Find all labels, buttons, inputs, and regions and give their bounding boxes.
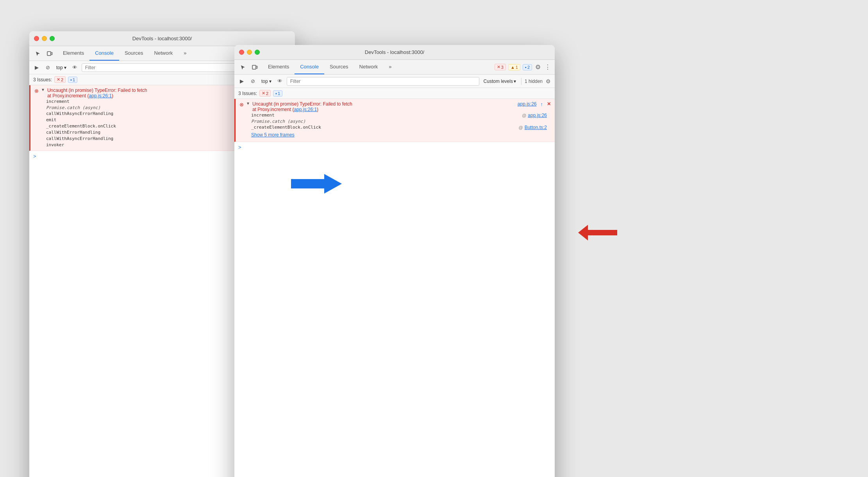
chevron-down-icon-back: ▾ (64, 65, 66, 70)
stack-row-1-front: Promise.catch (async) (239, 118, 551, 124)
toolbar-right-front: ✕ 3 ▲ 1 ▪ 2 ⚙ ⋮ (495, 63, 552, 72)
info-badge-front[interactable]: ▪ 2 (523, 64, 532, 70)
minimize-button-back[interactable] (42, 36, 47, 41)
expand-arrow-back[interactable]: ▼ (41, 88, 45, 92)
execute-btn-front[interactable]: ▶ (238, 77, 246, 86)
svg-marker-5 (578, 225, 617, 240)
error-badge-front[interactable]: ✕ 3 (495, 64, 506, 70)
issues-info-badge-back[interactable]: ▪ 1 (68, 77, 77, 83)
upload-icon-front[interactable]: ↑ (541, 101, 543, 107)
red-left-arrow (578, 223, 617, 242)
error-circle-icon-back: ⊗ (34, 88, 39, 94)
show-more-link-front[interactable]: Show 5 more frames (239, 131, 551, 139)
tab-network-back[interactable]: Network (149, 46, 179, 61)
cursor-icon[interactable] (32, 48, 43, 59)
filter-input-front[interactable] (287, 77, 479, 86)
traffic-lights-back (34, 36, 55, 41)
minimize-button-front[interactable] (247, 50, 252, 55)
error-row-front: ⊗ ▼ Uncaught (in promise) TypeError: Fai… (234, 99, 555, 142)
console-toolbar-front: ▶ ⊘ top ▾ 👁 Custom levels ▾ 1 hidden ⚙ (234, 75, 555, 88)
stack-row-0-front: increment @app.js:26 (239, 112, 551, 118)
close-button-front[interactable] (239, 50, 244, 55)
error-header-front: ⊗ ▼ Uncaught (in promise) TypeError: Fai… (239, 101, 551, 112)
tab-more-front[interactable]: » (383, 60, 397, 74)
titlebar-back: DevTools - localhost:3000/ (29, 31, 295, 46)
error-x-icon-front: ✕ (497, 65, 500, 70)
eye-btn-back[interactable]: 👁 (71, 63, 79, 72)
console-prompt-front: > (234, 142, 555, 152)
devtools-window-front: DevTools - localhost:3000/ Elements Cons… (234, 45, 555, 477)
error-link-proxy-front[interactable]: app.js:26:1 (294, 107, 317, 112)
svg-rect-0 (47, 52, 51, 56)
window-title-back: DevTools - localhost:3000/ (132, 36, 192, 41)
titlebar-front: DevTools - localhost:3000/ (234, 45, 555, 60)
eye-btn-front[interactable]: 👁 (276, 77, 284, 86)
execute-btn-back[interactable]: ▶ (32, 63, 41, 72)
stack-link-2-front[interactable]: Button.ts:2 (525, 125, 547, 130)
chevron-down-icon-front: ▾ (269, 79, 271, 84)
close-error-icon-front[interactable]: ✕ (547, 101, 551, 107)
blue-arrow-container (291, 172, 342, 195)
svg-marker-2 (291, 174, 342, 194)
issues-info-icon: ▪ (70, 77, 72, 82)
cursor-icon-front[interactable] (238, 62, 248, 73)
blue-right-arrow (291, 172, 342, 195)
issues-error-badge-front[interactable]: ✕ 2 (259, 90, 271, 97)
prompt-arrow-back: > (33, 153, 36, 159)
maximize-button-back[interactable] (50, 36, 55, 41)
chevron-down-icon-custom: ▾ (514, 79, 516, 84)
issues-info-icon-front: ▪ (275, 91, 277, 96)
warning-triangle-icon-front: ▲ (511, 65, 515, 70)
settings-icon-front[interactable]: ⚙ (534, 63, 541, 72)
more-icon-front[interactable]: ⋮ (544, 63, 552, 72)
maximize-button-front[interactable] (255, 50, 260, 55)
tab-sources-back[interactable]: Sources (119, 46, 149, 61)
error-msg-line2-front: at Proxy.increment (app.js:26:1) (252, 107, 515, 112)
tab-sources-front[interactable]: Sources (324, 60, 354, 74)
svg-rect-3 (252, 65, 256, 69)
context-dropdown-front[interactable]: top ▾ (259, 78, 273, 85)
svg-rect-1 (51, 52, 52, 55)
tab-elements-front[interactable]: Elements (263, 60, 295, 74)
info-square-icon-front: ▪ (525, 65, 527, 70)
console-content-front: ⊗ ▼ Uncaught (in promise) TypeError: Fai… (234, 99, 555, 477)
tab-elements-back[interactable]: Elements (57, 46, 89, 61)
issues-info-badge-front[interactable]: ▪ 1 (273, 90, 282, 97)
issues-error-badge-back[interactable]: ✕ 2 (54, 76, 66, 83)
console-settings-icon-front[interactable]: ⚙ (545, 77, 552, 85)
error-circle-icon-front: ⊗ (239, 102, 244, 108)
device-icon[interactable] (44, 48, 55, 59)
svg-rect-4 (256, 66, 257, 68)
window-title-front: DevTools - localhost:3000/ (365, 49, 424, 55)
hidden-count-front: 1 hidden (525, 79, 543, 84)
tab-console-front[interactable]: Console (295, 60, 324, 74)
issues-bar-front: 3 Issues: ✕ 2 ▪ 1 (234, 88, 555, 99)
issues-error-icon: ✕ (57, 77, 60, 82)
traffic-lights-front (239, 50, 260, 55)
tab-console-back[interactable]: Console (89, 46, 119, 61)
custom-levels-btn-front[interactable]: Custom levels ▾ (482, 78, 518, 85)
context-dropdown-back[interactable]: top ▾ (54, 64, 68, 71)
tab-network-front[interactable]: Network (354, 60, 384, 74)
stack-link-0-front[interactable]: app.js:26 (528, 113, 547, 118)
expand-arrow-front[interactable]: ▼ (246, 101, 250, 106)
prompt-arrow-front: > (238, 144, 241, 150)
tab-more-back[interactable]: » (178, 46, 192, 61)
separator-front (521, 78, 522, 85)
tab-list-back: Elements Console Sources Network » (57, 46, 192, 61)
warning-badge-front[interactable]: ▲ 1 (508, 64, 520, 70)
close-button-back[interactable] (34, 36, 39, 41)
tab-list-front: Elements Console Sources Network » (263, 60, 397, 74)
block-btn-front[interactable]: ⊘ (248, 77, 257, 86)
tab-bar-front: Elements Console Sources Network » ✕ 3 ▲ (234, 60, 555, 75)
error-msg-line1-front: Uncaught (in promise) TypeError: Failed … (252, 101, 515, 107)
error-link-proxy-back[interactable]: app.js:26:1 (89, 93, 112, 99)
issues-error-icon-front: ✕ (262, 91, 265, 96)
red-arrow-container (578, 223, 617, 244)
block-btn-back[interactable]: ⊘ (43, 63, 52, 72)
device-icon-front[interactable] (249, 62, 260, 73)
stack-row-2-front: _createElementBlock.onClick @Button.ts:2 (239, 124, 551, 131)
error-file-link-front[interactable]: app.js:26 (518, 101, 537, 107)
